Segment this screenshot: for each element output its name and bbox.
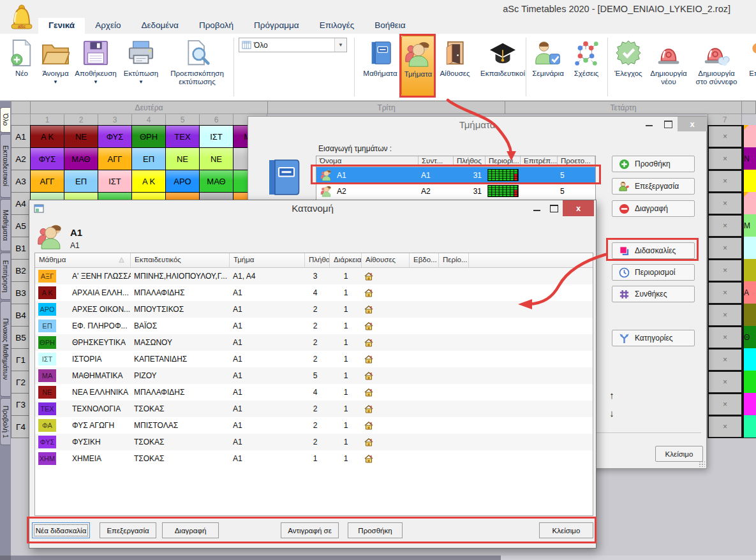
blocked-cell-B1[interactable]: × (708, 237, 743, 260)
lessons-col-0[interactable]: Μάθημα (35, 253, 131, 268)
blocked-cell-B5[interactable]: × (708, 326, 743, 349)
edge-cell-B4[interactable] (743, 304, 756, 327)
timetable-cell-A1-3[interactable]: ΦΥΣ (98, 125, 132, 148)
close-icon[interactable]: x (563, 200, 594, 216)
lesson-row-6[interactable]: ΜΑ ΜΑΘΗΜΑΤΙΚΑ ΡΙΖΟΥ A1 5 1 (35, 367, 593, 384)
side-tab-2[interactable]: Μαθήματα (0, 199, 10, 251)
toolbar-item-print-preview[interactable]: Προεπισκόπηση εκτύπωσης (163, 36, 231, 86)
classes-delete-circle-button[interactable]: Διαγραφή (612, 200, 695, 217)
row-label-Γ3[interactable]: Γ3 (11, 393, 31, 416)
lessons-bottom-button-5[interactable]: Κλείσιμο (539, 522, 593, 538)
dropdown-caret-icon[interactable]: ▼ (37, 79, 74, 85)
classes-col-5[interactable]: Προετο... (558, 156, 595, 167)
toolbar-item-check-seal[interactable]: Έλεγχος (610, 36, 647, 78)
lesson-row-9[interactable]: ΦΑ ΦΥΣ ΑΓΩΓΗ ΜΠΙΣΤΟΛΑΣ A1 2 1 (35, 417, 593, 434)
edge-cell-Γ4[interactable] (743, 415, 756, 438)
timetable-cell-A1-6[interactable]: ΙΣΤ (199, 125, 233, 148)
blocked-cell-Γ2[interactable]: × (708, 371, 743, 394)
row-label-A5[interactable]: A5 (11, 214, 31, 237)
row-label-B3[interactable]: B3 (11, 281, 31, 304)
row-label-Γ1[interactable]: Γ1 (11, 348, 31, 371)
menu-tab-5[interactable]: Επιλογές (309, 18, 365, 34)
menu-tab-0[interactable]: Γενικά (38, 18, 85, 34)
timetable-cell-A3-2[interactable]: ΕΠ (64, 170, 98, 193)
toolbar-item-classes-people[interactable]: Τμήματα (401, 36, 435, 96)
toolbar-item-subjects-book[interactable]: Μαθήματα (357, 36, 403, 78)
side-tab-4[interactable]: Πίνακας Μαθημάτων (0, 301, 10, 397)
side-tab-3[interactable]: Επιτήρηση (0, 253, 10, 300)
classes-lessons-cards-button[interactable]: Διδασκαλίες (612, 242, 695, 259)
lessons-col-6[interactable]: Εβδο... (410, 253, 439, 268)
classes-clock-button[interactable]: Περιορισμοί (612, 264, 695, 281)
classes-row-A2[interactable]: A2 A2 31 5 (316, 183, 595, 199)
edge-cell-Γ1[interactable] (743, 348, 756, 371)
row-label-B5[interactable]: B5 (11, 326, 31, 349)
lessons-bottom-button-4[interactable]: Προσθήκη (348, 522, 403, 538)
blocked-cell-B2[interactable]: × (708, 259, 743, 282)
blocked-cell-Γ4[interactable]: × (708, 415, 743, 438)
toolbar-item-partial[interactable]: Επ (741, 36, 756, 78)
row-label-A4[interactable]: A4 (11, 192, 31, 215)
row-label-Γ4[interactable]: Γ4 (11, 415, 31, 438)
side-tab-5[interactable]: Προβολή 1 (0, 398, 10, 445)
timetable-cell-A1-5[interactable]: ΤΕΧ (165, 125, 200, 148)
menu-tab-3[interactable]: Προβολή (189, 18, 244, 34)
timetable-cell-A2-1[interactable]: ΦΥΣ (30, 147, 64, 170)
horizontal-scrollbar-thumb[interactable] (0, 556, 501, 560)
timetable-cell-A1-1[interactable]: Α Κ (30, 125, 64, 148)
classes-close-button[interactable]: Κλείσιμο (655, 446, 703, 462)
timetable-cell-A2-6[interactable]: ΝΕ (199, 147, 233, 170)
timetable-cell-A3-1[interactable]: ΑΓΓ (30, 170, 64, 193)
classes-branch-button[interactable]: Κατηγορίες (612, 330, 695, 346)
side-tab-1[interactable]: Εκπαιδευτικοί (0, 134, 10, 198)
horizontal-scrollbar[interactable] (0, 556, 756, 560)
timetable-cell-A1-4[interactable]: ΘΡΗ (131, 125, 166, 148)
lessons-col-1[interactable]: Εκπαιδευτικός (131, 253, 230, 268)
minimize-icon[interactable] (531, 207, 542, 214)
blocked-cell-Γ1[interactable]: × (708, 348, 743, 371)
lessons-col-7[interactable]: Περίο... (439, 253, 469, 268)
timetable-cell-A3-4[interactable]: Α Κ (131, 170, 166, 193)
classes-col-3[interactable]: Περιορι... (485, 156, 521, 167)
timetable-cell-A3-3[interactable]: ΙΣΤ (98, 170, 132, 193)
lesson-row-2[interactable]: ΑΡΟ ΑΡΧΕΣ ΟΙΚΟΝ... ΜΠΟΥΤΣΙΚΟΣ A1 2 1 (35, 301, 593, 318)
lesson-row-3[interactable]: ΕΠ ΕΦ. ΠΛΗΡΟΦ... ΒΑΪΟΣ A1 2 1 (35, 318, 593, 334)
row-label-Γ2[interactable]: Γ2 (11, 371, 31, 394)
lessons-col-4[interactable]: Διάρκεια (330, 253, 362, 268)
lesson-row-10[interactable]: ΦΥΣ ΦΥΣΙΚΗ ΤΣΟΚΑΣ A1 2 1 (35, 434, 593, 450)
row-label-A2[interactable]: A2 (11, 147, 31, 170)
blocked-cell-A4[interactable]: × (708, 192, 743, 215)
menu-tab-6[interactable]: Βοήθεια (364, 18, 415, 34)
blocked-cell-B4[interactable]: × (708, 304, 743, 327)
classes-edit-person-button[interactable]: Επεξεργασία (612, 178, 695, 195)
dropdown-caret-icon[interactable]: ▼ (74, 79, 117, 85)
move-down-button[interactable]: ↓ (605, 408, 618, 420)
edge-cell-Γ3[interactable] (743, 393, 756, 416)
move-up-button[interactable]: ↑ (605, 390, 618, 402)
row-label-B1[interactable]: B1 (11, 237, 31, 260)
classes-col-2[interactable]: Πλήθος (454, 156, 485, 167)
edge-cell-A1[interactable] (743, 125, 756, 148)
menu-tab-2[interactable]: Δεδομένα (131, 18, 188, 34)
lesson-row-5[interactable]: ΙΣΤ ΙΣΤΟΡΙΑ ΚΑΠΕΤΑΝΙΔΗΣ A1 2 1 (35, 351, 593, 367)
view-dropdown[interactable]: Όλο ▼ (239, 38, 347, 52)
row-label-A1[interactable]: A1 (11, 125, 31, 148)
classes-plus-circle-button[interactable]: Προσθήκη (612, 156, 695, 172)
toolbar-item-save-floppy[interactable]: Αποθήκευση ▼ (74, 36, 117, 85)
edge-cell-B3[interactable]: Α (743, 281, 756, 304)
toolbar-item-printer[interactable]: Εκτύπωση ▼ (119, 36, 163, 85)
row-label-A3[interactable]: A3 (11, 170, 31, 193)
classes-row-A1[interactable]: A1 A1 31 5 (316, 167, 595, 183)
toolbar-item-classrooms-door[interactable]: Αίθουσες (435, 36, 475, 78)
classes-col-0[interactable]: Όνομα (316, 156, 419, 167)
timetable-cell-A1-2[interactable]: ΝΕ (64, 125, 98, 148)
classes-col-1[interactable]: Συντ... (419, 156, 454, 167)
lesson-row-0[interactable]: ΑΞΓ Α' ΞΕΝΗ ΓΛΩΣΣΑ ΜΠΙΝΗΣ,ΗΛΙΟΠΟΥΛΟΥ,Γ..… (35, 268, 593, 284)
row-label-B2[interactable]: B2 (11, 259, 31, 282)
lessons-bottom-button-2[interactable]: Διαγραφή (162, 522, 219, 538)
toolbar-item-generate-new-siren[interactable]: Δημιουργία νέου (646, 36, 692, 86)
timetable-cell-A3-5[interactable]: ΑΡΟ (165, 170, 200, 193)
lessons-bottom-button-0[interactable]: Νέα διδασκαλία (32, 522, 90, 538)
toolbar-item-seminars-person-check[interactable]: Σεμινάρια (530, 36, 567, 78)
lesson-row-8[interactable]: ΤΕΧ ΤΕΧΝΟΛΟΓΙΑ ΤΣΟΚΑΣ A1 2 1 (35, 401, 593, 417)
